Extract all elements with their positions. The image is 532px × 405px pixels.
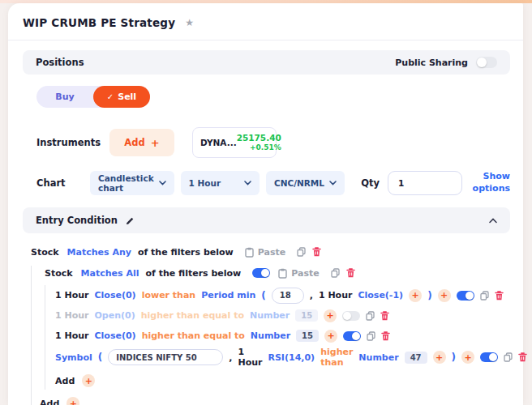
- entry-condition-bar[interactable]: Entry Condition: [23, 207, 510, 233]
- public-sharing-toggle[interactable]: [476, 57, 497, 68]
- instrument-price: 25175.40: [237, 133, 281, 143]
- match-type-link[interactable]: Matches Any: [67, 247, 131, 258]
- paste-button[interactable]: Paste: [278, 268, 319, 279]
- chart-label: Chart: [36, 177, 90, 189]
- operand-type-link[interactable]: Number: [251, 330, 290, 341]
- close-paren: ): [427, 290, 431, 301]
- match-type-link[interactable]: Matches All: [81, 268, 139, 279]
- delete-trash-icon[interactable]: [381, 331, 390, 341]
- add-instrument-button[interactable]: Add +: [109, 129, 174, 156]
- toggle-knob: [489, 353, 497, 361]
- public-sharing-label: Public Sharing: [395, 58, 468, 68]
- add-label: Add: [40, 399, 59, 405]
- stock-label: Stock: [31, 247, 59, 258]
- comparator-link[interactable]: higher than: [320, 347, 353, 368]
- copy-icon[interactable]: [366, 311, 375, 321]
- condition-tree: Stock Matches Any of the filters below P…: [23, 245, 510, 405]
- comma: ,: [310, 290, 313, 301]
- product-dropdown[interactable]: CNC/NRML: [266, 171, 345, 195]
- condition-enable-toggle[interactable]: [343, 331, 361, 341]
- outer-group-header: Stock Matches Any of the filters below P…: [31, 245, 510, 259]
- period-input[interactable]: [272, 288, 304, 304]
- add-filter-button[interactable]: +: [82, 374, 95, 387]
- add-filter-row-outer: Add +: [40, 394, 510, 405]
- operand-link[interactable]: Close(0): [95, 330, 136, 341]
- plus-icon: +: [151, 137, 160, 149]
- inner-group: Stock Matches All of the filters below P…: [45, 266, 510, 390]
- sell-button-label: Sell: [118, 92, 136, 102]
- toggle-knob: [261, 269, 269, 277]
- symbol-input[interactable]: [108, 349, 223, 365]
- comparator-link[interactable]: higher than equal to: [141, 310, 244, 321]
- paste-button[interactable]: Paste: [245, 247, 285, 258]
- comparator-link[interactable]: lower than: [142, 290, 196, 301]
- toggle-knob: [352, 332, 360, 340]
- entry-condition-title: Entry Condition: [36, 215, 118, 226]
- number-value[interactable]: 15: [295, 309, 318, 322]
- delete-trash-icon[interactable]: [312, 247, 321, 257]
- operand-type-link[interactable]: Number: [358, 352, 398, 363]
- group-enable-toggle[interactable]: [252, 268, 270, 278]
- filters-below-text: of the filters below: [138, 247, 234, 258]
- copy-icon[interactable]: [367, 331, 375, 341]
- add-group-button[interactable]: +: [66, 397, 79, 405]
- toggle-knob: [466, 292, 474, 300]
- check-icon: ✓: [107, 92, 114, 101]
- paste-label: Paste: [291, 268, 319, 279]
- operand-link[interactable]: Close(-1): [358, 290, 403, 301]
- copy-icon[interactable]: [297, 247, 306, 257]
- delete-trash-icon[interactable]: [346, 268, 355, 278]
- comparator-link[interactable]: higher than equal to: [142, 330, 245, 341]
- copy-icon[interactable]: [504, 352, 513, 362]
- instruments-row: Instruments Add + DYNA... 25175.40 +0.51…: [36, 127, 510, 158]
- operand-link[interactable]: Open(0): [95, 310, 135, 321]
- delete-trash-icon[interactable]: [518, 352, 527, 362]
- copy-icon[interactable]: [331, 268, 340, 278]
- timeframe-text: 1 Hour: [55, 290, 89, 301]
- add-condition-button[interactable]: +: [324, 330, 337, 343]
- buy-button[interactable]: Buy: [36, 86, 93, 108]
- condition-row-4-symbol: Symbol ( , 1 Hour RSI(14,0) higher than …: [55, 346, 510, 369]
- condition-enable-toggle[interactable]: [480, 352, 498, 362]
- paste-icon: [245, 247, 254, 258]
- show-options-link[interactable]: Show options: [469, 171, 510, 195]
- toggle-knob: [477, 58, 487, 67]
- add-condition-button[interactable]: +: [438, 289, 451, 302]
- favorite-star-icon[interactable]: ★: [185, 17, 194, 28]
- paste-icon: [278, 268, 287, 279]
- add-label: Add: [55, 376, 75, 386]
- chevron-down-icon: [244, 181, 251, 185]
- collapse-chevron-up-icon[interactable]: [489, 218, 497, 224]
- edit-pencil-icon[interactable]: [126, 216, 135, 225]
- add-operand-button[interactable]: +: [409, 289, 422, 302]
- condition-enable-toggle[interactable]: [342, 311, 360, 321]
- qty-input[interactable]: [388, 171, 462, 195]
- add-condition-button[interactable]: +: [461, 351, 474, 364]
- number-value[interactable]: 15: [296, 330, 319, 342]
- number-value[interactable]: 47: [405, 352, 427, 364]
- close-paren: ): [452, 352, 456, 363]
- chart-type-dropdown[interactable]: Candlestick chart: [90, 171, 174, 195]
- positions-label: Positions: [36, 57, 84, 68]
- delete-trash-icon[interactable]: [380, 311, 389, 321]
- strategy-header: WIP CRUMB PE Strategy ★: [8, 3, 523, 40]
- operand-link[interactable]: Close(0): [95, 290, 136, 301]
- copy-icon[interactable]: [480, 291, 489, 301]
- timeframe-text: 1 Hour: [319, 290, 353, 301]
- chart-type-value: Candlestick chart: [98, 173, 154, 193]
- function-link[interactable]: Period min: [201, 290, 255, 301]
- chevron-down-icon: [159, 181, 166, 185]
- condition-enable-toggle[interactable]: [457, 291, 474, 301]
- operand-type-link[interactable]: Number: [250, 310, 290, 321]
- add-operand-button[interactable]: +: [433, 351, 446, 364]
- interval-dropdown[interactable]: 1 Hour: [181, 171, 260, 195]
- paste-label: Paste: [258, 247, 285, 258]
- indicator-link[interactable]: RSI(14,0): [268, 352, 315, 363]
- open-paren: (: [98, 352, 102, 363]
- instrument-chip[interactable]: DYNA... 25175.40 +0.51%: [192, 127, 277, 158]
- chevron-down-icon: [329, 181, 337, 185]
- delete-trash-icon[interactable]: [495, 291, 504, 301]
- add-condition-button[interactable]: +: [324, 309, 337, 322]
- symbol-link[interactable]: Symbol: [55, 352, 92, 363]
- sell-button[interactable]: ✓ Sell: [93, 86, 150, 108]
